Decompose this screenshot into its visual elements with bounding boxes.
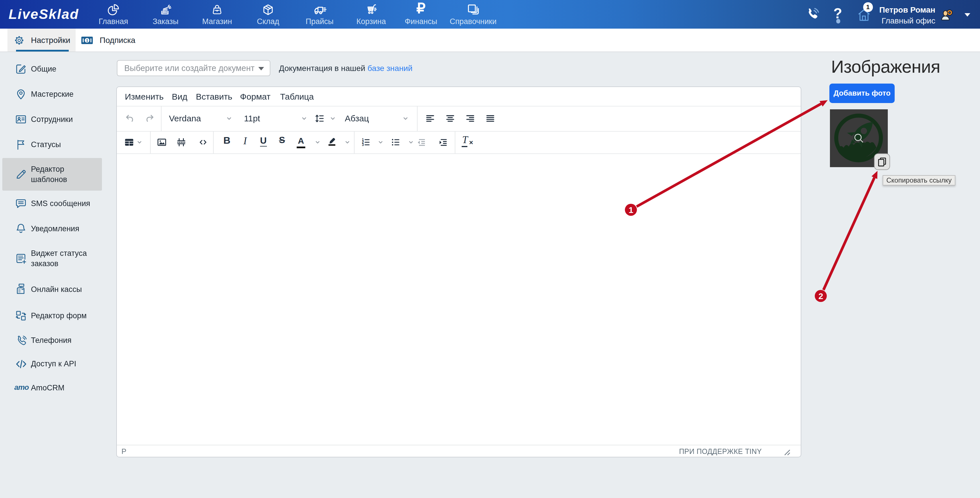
svg-text:2: 2 bbox=[818, 291, 823, 301]
svg-text:3: 3 bbox=[362, 143, 364, 147]
svg-text:1: 1 bbox=[86, 38, 88, 43]
